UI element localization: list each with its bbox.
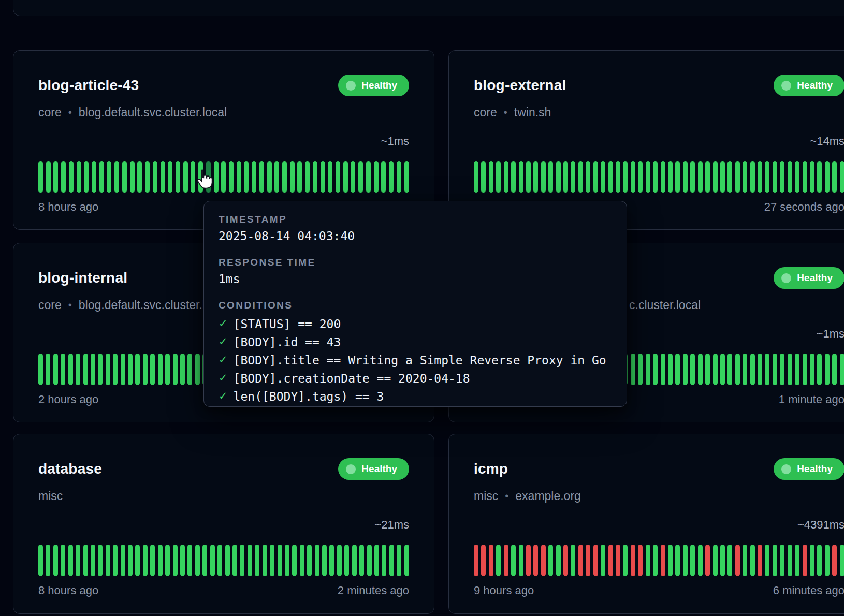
status-bar[interactable]	[313, 161, 317, 193]
status-bar[interactable]	[481, 545, 486, 576]
status-bar[interactable]	[638, 354, 643, 385]
status-bar[interactable]	[758, 161, 762, 193]
status-bar[interactable]	[285, 545, 289, 576]
status-bar[interactable]	[98, 545, 103, 576]
status-bar[interactable]	[150, 545, 155, 576]
status-bar[interactable]	[698, 161, 703, 193]
status-bar[interactable]	[788, 545, 792, 576]
status-bar[interactable]	[106, 354, 110, 385]
status-bar[interactable]	[358, 161, 363, 193]
status-bar[interactable]	[646, 161, 650, 193]
status-bar[interactable]	[53, 161, 58, 193]
status-bar[interactable]	[322, 545, 327, 576]
status-bar[interactable]	[61, 161, 66, 193]
status-bar[interactable]	[780, 545, 784, 576]
status-bar[interactable]	[474, 545, 478, 576]
status-bar[interactable]	[153, 161, 157, 193]
status-bar[interactable]	[661, 354, 665, 385]
status-bar[interactable]	[374, 161, 379, 193]
status-bar[interactable]	[143, 545, 148, 576]
status-bar[interactable]	[646, 545, 650, 576]
status-bar[interactable]	[351, 161, 355, 193]
status-bar[interactable]	[106, 545, 110, 576]
status-bar[interactable]	[705, 161, 710, 193]
status-bar[interactable]	[720, 161, 725, 193]
status-bar[interactable]	[638, 545, 643, 576]
status-bar[interactable]	[389, 161, 394, 193]
status-bar[interactable]	[158, 545, 163, 576]
status-bar[interactable]	[690, 161, 695, 193]
status-bar[interactable]	[526, 161, 531, 193]
status-bar[interactable]	[366, 161, 371, 193]
status-bar[interactable]	[180, 354, 185, 385]
status-bar[interactable]	[329, 545, 334, 576]
status-bar[interactable]	[270, 545, 274, 576]
status-bar[interactable]	[187, 354, 192, 385]
status-bar[interactable]	[344, 545, 349, 576]
status-bar[interactable]	[69, 161, 74, 193]
status-bar[interactable]	[504, 545, 508, 576]
status-bar[interactable]	[84, 161, 89, 193]
status-bar[interactable]	[773, 354, 777, 385]
status-bar[interactable]	[38, 354, 43, 385]
status-bar[interactable]	[765, 161, 769, 193]
status-bar[interactable]	[165, 354, 170, 385]
status-bar[interactable]	[735, 354, 740, 385]
status-bar[interactable]	[571, 161, 575, 193]
status-bar[interactable]	[832, 161, 837, 193]
status-bar[interactable]	[743, 354, 747, 385]
status-bar[interactable]	[623, 161, 628, 193]
status-bar[interactable]	[173, 354, 178, 385]
status-bar[interactable]	[92, 161, 96, 193]
status-bar[interactable]	[389, 545, 394, 576]
status-bar[interactable]	[53, 545, 58, 576]
status-bar[interactable]	[653, 354, 658, 385]
status-bar[interactable]	[195, 545, 200, 576]
status-bar[interactable]	[38, 545, 43, 576]
status-bar[interactable]	[519, 545, 523, 576]
status-bar[interactable]	[803, 161, 807, 193]
status-bar[interactable]	[68, 354, 73, 385]
status-bar[interactable]	[653, 161, 658, 193]
status-bar[interactable]	[803, 545, 807, 576]
status-bar[interactable]	[705, 354, 710, 385]
status-bar[interactable]	[750, 161, 755, 193]
status-bar[interactable]	[690, 545, 695, 576]
status-bar[interactable]	[578, 161, 583, 193]
status-bar[interactable]	[601, 161, 605, 193]
status-bar[interactable]	[720, 354, 725, 385]
status-bar[interactable]	[240, 545, 244, 576]
endpoint-card[interactable]: icmp Healthy misc • example.org ~4391ms …	[448, 434, 844, 614]
status-bar[interactable]	[187, 545, 192, 576]
status-bar[interactable]	[727, 161, 732, 193]
status-bar[interactable]	[668, 161, 673, 193]
status-bar[interactable]	[727, 545, 732, 576]
status-bar[interactable]	[675, 161, 680, 193]
status-bar[interactable]	[374, 545, 379, 576]
status-bar[interactable]	[720, 545, 725, 576]
status-bar[interactable]	[481, 161, 486, 193]
status-bar[interactable]	[210, 545, 215, 576]
status-bar[interactable]	[489, 161, 493, 193]
status-bar[interactable]	[168, 161, 172, 193]
status-bar[interactable]	[259, 161, 264, 193]
status-bar[interactable]	[616, 545, 620, 576]
status-bar[interactable]	[252, 161, 256, 193]
status-bar[interactable]	[221, 161, 226, 193]
status-bar[interactable]	[661, 161, 665, 193]
status-bar[interactable]	[631, 545, 635, 576]
status-bar[interactable]	[143, 354, 148, 385]
status-bar[interactable]	[690, 354, 695, 385]
status-bar[interactable]	[404, 161, 409, 193]
status-bar[interactable]	[232, 545, 237, 576]
status-bar[interactable]	[91, 354, 95, 385]
status-bar[interactable]	[832, 354, 837, 385]
status-bar[interactable]	[46, 545, 50, 576]
status-bar[interactable]	[99, 161, 104, 193]
status-bar[interactable]	[698, 354, 703, 385]
status-bar[interactable]	[305, 161, 310, 193]
status-bar[interactable]	[623, 545, 628, 576]
status-bar[interactable]	[795, 354, 799, 385]
status-bar[interactable]	[91, 545, 95, 576]
status-bar[interactable]	[556, 545, 561, 576]
